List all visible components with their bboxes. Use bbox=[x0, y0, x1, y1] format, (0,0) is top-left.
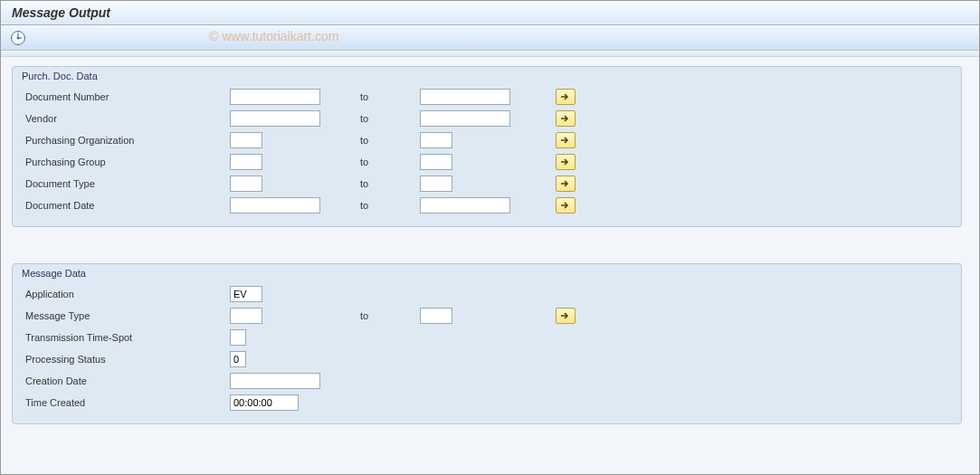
purch-group-from-field[interactable] bbox=[230, 154, 262, 170]
label-time-created: Time Created bbox=[22, 397, 230, 408]
to-label: to bbox=[357, 310, 420, 321]
row-document-date: Document Date to bbox=[22, 195, 952, 215]
creation-date-field[interactable] bbox=[230, 373, 320, 389]
group-purch-doc-data: Purch. Doc. Data Document Number to Vend… bbox=[12, 66, 962, 227]
arrow-right-icon bbox=[560, 157, 571, 166]
group-title: Message Data bbox=[13, 264, 961, 280]
toolbar: © www.tutorialkart.com bbox=[1, 25, 979, 51]
transmission-time-spot-field[interactable] bbox=[230, 329, 246, 346]
to-label: to bbox=[357, 200, 420, 211]
multiple-selection-button[interactable] bbox=[556, 308, 576, 324]
arrow-right-icon bbox=[560, 92, 571, 101]
purch-group-to-field[interactable] bbox=[420, 154, 452, 170]
processing-status-field[interactable] bbox=[230, 351, 246, 367]
label-purchasing-organization: Purchasing Organization bbox=[22, 135, 230, 146]
multiple-selection-button[interactable] bbox=[556, 176, 576, 192]
row-document-type: Document Type to bbox=[22, 174, 952, 194]
message-type-to-field[interactable] bbox=[420, 308, 452, 324]
arrow-right-icon bbox=[560, 136, 571, 145]
arrow-right-icon bbox=[560, 114, 571, 123]
page-title: Message Output bbox=[1, 1, 979, 25]
document-type-to-field[interactable] bbox=[420, 176, 452, 192]
multiple-selection-button[interactable] bbox=[556, 154, 576, 170]
label-vendor: Vendor bbox=[22, 113, 230, 124]
row-creation-date: Creation Date bbox=[22, 371, 952, 391]
label-document-date: Document Date bbox=[22, 200, 230, 211]
message-type-from-field[interactable] bbox=[230, 308, 262, 324]
to-label: to bbox=[357, 91, 420, 102]
label-document-number: Document Number bbox=[22, 91, 230, 102]
label-purchasing-group: Purchasing Group bbox=[22, 157, 230, 167]
purch-org-from-field[interactable] bbox=[230, 132, 262, 148]
row-message-type: Message Type to bbox=[22, 306, 952, 326]
multiple-selection-button[interactable] bbox=[556, 132, 576, 148]
multiple-selection-button[interactable] bbox=[556, 89, 576, 105]
application-field[interactable] bbox=[230, 286, 262, 302]
label-processing-status: Processing Status bbox=[22, 354, 230, 365]
document-date-from-field[interactable] bbox=[230, 197, 320, 214]
to-label: to bbox=[357, 178, 420, 189]
vendor-from-field[interactable] bbox=[230, 110, 320, 127]
label-transmission-time-spot: Transmission Time-Spot bbox=[22, 332, 230, 343]
label-creation-date: Creation Date bbox=[22, 375, 230, 386]
row-processing-status: Processing Status bbox=[22, 349, 952, 369]
document-date-to-field[interactable] bbox=[420, 197, 510, 214]
execute-icon[interactable] bbox=[10, 30, 26, 46]
row-vendor: Vendor to bbox=[22, 109, 952, 128]
row-transmission-time-spot: Transmission Time-Spot bbox=[22, 328, 952, 347]
row-application: Application bbox=[22, 284, 952, 304]
multiple-selection-button[interactable] bbox=[556, 110, 576, 127]
time-created-field[interactable] bbox=[230, 394, 299, 411]
label-message-type: Message Type bbox=[22, 310, 230, 321]
row-purchasing-organization: Purchasing Organization to bbox=[22, 130, 952, 150]
purch-org-to-field[interactable] bbox=[420, 132, 452, 148]
to-label: to bbox=[357, 157, 420, 167]
row-time-created: Time Created bbox=[22, 393, 952, 413]
document-number-from-field[interactable] bbox=[230, 89, 320, 105]
multiple-selection-button[interactable] bbox=[556, 197, 576, 214]
arrow-right-icon bbox=[560, 311, 571, 320]
label-application: Application bbox=[22, 289, 230, 299]
watermark: © www.tutorialkart.com bbox=[209, 29, 338, 43]
group-title: Purch. Doc. Data bbox=[13, 67, 961, 83]
arrow-right-icon bbox=[560, 179, 571, 188]
document-number-to-field[interactable] bbox=[420, 89, 510, 105]
to-label: to bbox=[357, 135, 420, 146]
vendor-to-field[interactable] bbox=[420, 110, 510, 127]
group-message-data: Message Data Application Message Type to… bbox=[12, 263, 962, 424]
label-document-type: Document Type bbox=[22, 178, 230, 189]
document-type-from-field[interactable] bbox=[230, 176, 262, 192]
row-document-number: Document Number to bbox=[22, 87, 952, 107]
to-label: to bbox=[357, 113, 420, 124]
content-area: Purch. Doc. Data Document Number to Vend… bbox=[1, 57, 979, 475]
arrow-right-icon bbox=[560, 201, 571, 210]
row-purchasing-group: Purchasing Group to bbox=[22, 152, 952, 172]
